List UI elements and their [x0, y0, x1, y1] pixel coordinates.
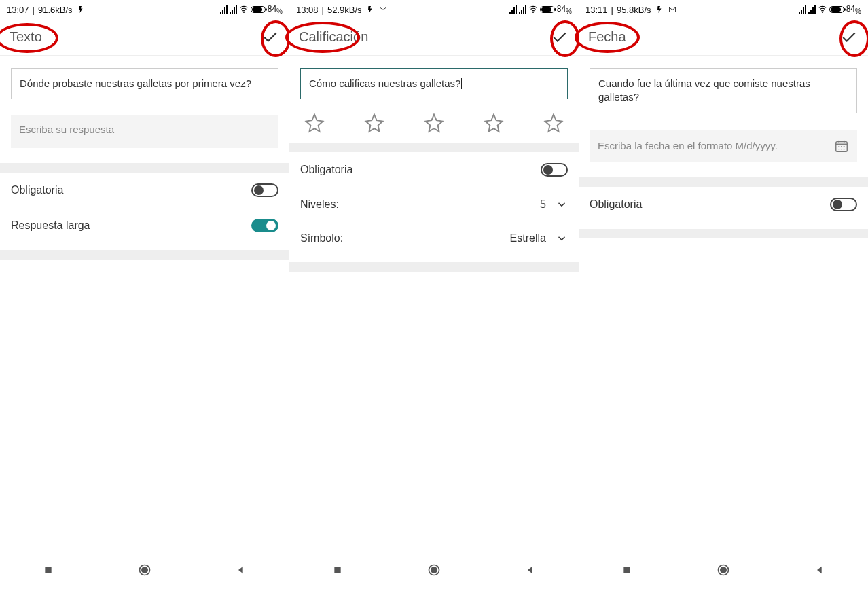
obligatoria-label: Obligatoria: [11, 184, 63, 196]
question-input[interactable]: Cómo calificas nuestras galletas?: [300, 68, 568, 99]
simbolo-value: Estrella: [510, 232, 546, 245]
svg-rect-9: [669, 7, 675, 12]
wifi-icon: [818, 4, 827, 16]
calendar-icon[interactable]: [834, 139, 849, 154]
wifi-icon: [528, 4, 538, 16]
respuesta-larga-label: Respuesta larga: [11, 219, 90, 232]
gmail-icon: [668, 5, 677, 14]
rating-stars: [300, 113, 568, 143]
obligatoria-label: Obligatoria: [300, 164, 352, 176]
status-bar: 13:07 | 91.6kB/s 84%: [0, 0, 289, 19]
status-net: 91.6kB/s: [38, 5, 73, 15]
niveles-value: 5: [540, 198, 546, 211]
setting-simbolo: Símbolo: Estrella: [289, 221, 579, 255]
obligatoria-toggle[interactable]: [251, 183, 278, 197]
question-text: Cuando fue la última vez que comiste nue…: [598, 77, 810, 103]
svg-rect-1: [45, 567, 51, 573]
star-icon[interactable]: [424, 113, 444, 133]
status-net: 95.8kB/s: [617, 5, 651, 15]
svg-rect-6: [334, 567, 340, 573]
signal-icon: [519, 5, 526, 14]
battery-icon: [829, 6, 844, 13]
back-icon[interactable]: [523, 563, 538, 577]
app-header: Fecha: [579, 19, 868, 56]
screen-text: 13:07 | 91.6kB/s 84% Texto: [0, 0, 289, 589]
svg-rect-12: [623, 567, 630, 573]
svg-point-3: [142, 567, 147, 573]
page-title: Calificación: [299, 29, 368, 45]
battery-icon: [251, 6, 266, 13]
status-bar: 13:11 | 95.8kB/s 84%: [579, 0, 868, 19]
date-input[interactable]: Escriba la fecha en el formato M/d/yyyy.: [590, 130, 857, 162]
svg-point-5: [532, 12, 533, 12]
recent-apps-icon[interactable]: [41, 563, 56, 577]
status-bar: 13:08 | 52.9kB/s 84%: [289, 0, 579, 19]
status-time: 13:07: [7, 5, 29, 15]
niveles-select[interactable]: 5: [540, 198, 568, 211]
app-header: Texto: [0, 19, 289, 56]
status-time: 13:08: [296, 5, 319, 15]
svg-point-8: [431, 567, 437, 573]
chevron-down-icon: [556, 198, 568, 211]
android-navbar: [579, 551, 868, 589]
confirm-button[interactable]: [261, 28, 280, 47]
obligatoria-toggle[interactable]: [541, 163, 568, 177]
setting-niveles: Niveles: 5: [289, 188, 579, 221]
obligatoria-toggle[interactable]: [830, 198, 857, 211]
signal-icon: [509, 5, 517, 14]
home-icon[interactable]: [137, 563, 152, 577]
flash-icon: [655, 5, 664, 14]
signal-icon: [220, 5, 228, 14]
setting-respuesta-larga: Respuesta larga: [0, 208, 289, 243]
page-title: Fecha: [588, 29, 626, 45]
simbolo-select[interactable]: Estrella: [510, 232, 568, 245]
answer-input[interactable]: Escriba su respuesta: [11, 115, 278, 148]
screen-date: 13:11 | 95.8kB/s 84%: [579, 0, 868, 589]
signal-icon: [230, 5, 237, 14]
star-icon[interactable]: [543, 113, 564, 133]
flash-icon: [76, 5, 86, 14]
wifi-icon: [239, 4, 249, 16]
confirm-button[interactable]: [550, 28, 569, 47]
back-icon[interactable]: [234, 563, 249, 577]
star-icon[interactable]: [304, 113, 325, 133]
home-icon[interactable]: [716, 563, 731, 577]
star-icon[interactable]: [364, 113, 384, 133]
recent-apps-icon[interactable]: [619, 563, 634, 577]
status-net: 52.9kB/s: [327, 5, 362, 15]
date-placeholder: Escriba la fecha en el formato M/d/yyyy.: [598, 140, 778, 151]
question-text: Cómo calificas nuestras galletas?: [309, 77, 460, 89]
gmail-icon: [378, 5, 388, 14]
signal-icon: [799, 5, 806, 14]
obligatoria-label: Obligatoria: [590, 198, 642, 211]
confirm-button[interactable]: [839, 28, 858, 47]
simbolo-label: Símbolo:: [300, 232, 343, 245]
svg-point-10: [822, 12, 822, 12]
niveles-label: Niveles:: [300, 198, 339, 211]
chevron-down-icon: [556, 232, 568, 245]
svg-point-14: [721, 567, 726, 573]
question-input[interactable]: Cuando fue la última vez que comiste nue…: [590, 68, 857, 113]
status-time: 13:11: [585, 5, 608, 15]
setting-obligatoria: Obligatoria: [289, 152, 579, 188]
screen-rating: 13:08 | 52.9kB/s 84%: [289, 0, 579, 589]
android-navbar: [289, 551, 579, 589]
svg-point-0: [243, 12, 244, 12]
setting-obligatoria: Obligatoria: [579, 187, 868, 222]
battery-icon: [540, 6, 555, 13]
page-title: Texto: [10, 29, 42, 45]
app-header: Calificación: [289, 19, 579, 56]
home-icon[interactable]: [427, 563, 441, 577]
question-text: Dónde probaste nuestras galletas por pri…: [20, 77, 251, 89]
signal-icon: [808, 5, 816, 14]
respuesta-larga-toggle[interactable]: [251, 219, 278, 232]
back-icon[interactable]: [812, 563, 827, 577]
question-input[interactable]: Dónde probaste nuestras galletas por pri…: [11, 68, 278, 99]
answer-placeholder: Escriba su respuesta: [19, 124, 114, 135]
setting-obligatoria: Obligatoria: [0, 173, 289, 208]
flash-icon: [365, 5, 375, 14]
svg-rect-4: [380, 7, 386, 12]
recent-apps-icon[interactable]: [330, 563, 345, 577]
android-navbar: [0, 551, 289, 589]
star-icon[interactable]: [484, 113, 504, 133]
